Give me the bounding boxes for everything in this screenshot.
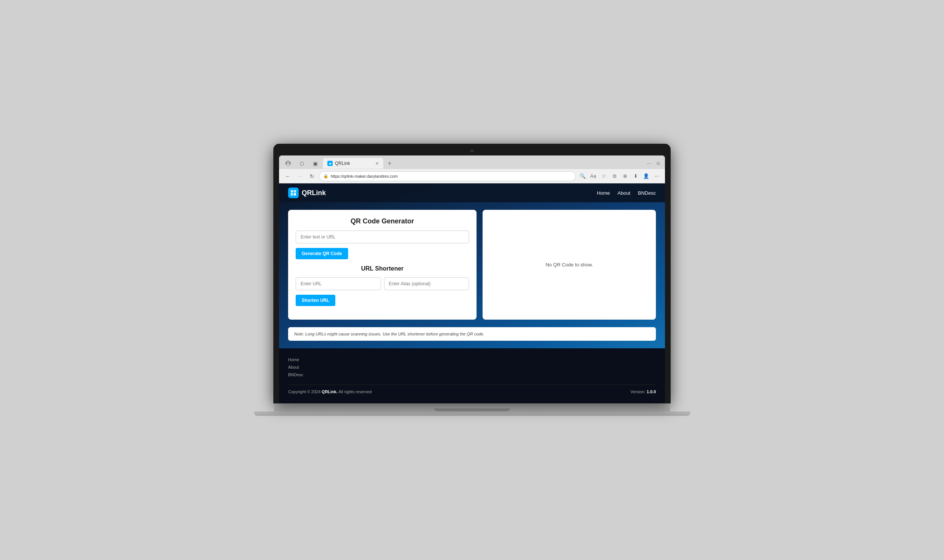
download-icon[interactable]: ⬇ [631,172,640,181]
url-text: https://qrlink-maker.darylandres.com [331,174,398,178]
svg-rect-6 [292,191,292,192]
restore-btn[interactable]: ⧉ [654,160,662,167]
profile-icon[interactable] [282,158,294,169]
browser-controls: ← → ↻ 🔒 https://qrlink-maker.darylandres… [279,169,665,183]
nav-home[interactable]: Home [597,190,610,196]
qr-display-card: No QR Code to show. [483,210,656,320]
laptop-foot [254,411,690,416]
split-view-icon[interactable]: ⧉ [610,172,619,181]
favorites-icon[interactable]: ☆ [599,172,608,181]
browser-tabs-bar: ⬡ ▣ ◉ QRLink ✕ + — ⧉ [279,155,665,169]
screen-bezel: ⬡ ▣ ◉ QRLink ✕ + — ⧉ ← → ↻ 🔒 [274,144,670,403]
laptop-hinge [434,408,510,411]
account-icon[interactable]: 👤 [642,172,651,181]
site-main-content: QR Code Generator Generate QR Code URL S… [279,202,665,327]
lock-icon: 🔒 [323,174,329,178]
forward-btn[interactable]: → [295,171,305,181]
tab-label: QRLink [335,161,350,166]
more-icon[interactable]: ⋯ [652,172,661,181]
generate-qr-btn[interactable]: Generate QR Code [296,248,348,259]
tab-favicon: ◉ [327,161,333,166]
extensions-icon[interactable]: ⬡ [296,158,308,169]
search-icon[interactable]: 🔍 [578,172,587,181]
minimize-btn[interactable]: — [645,160,653,167]
copyright-prefix: Copyright © 2024 [288,389,322,394]
qr-text-input[interactable] [296,231,469,243]
back-btn[interactable]: ← [283,171,293,181]
laptop-frame: ⬡ ▣ ◉ QRLink ✕ + — ⧉ ← → ↻ 🔒 [274,144,670,416]
qr-generator-card: QR Code Generator Generate QR Code URL S… [288,210,477,320]
browser-action-buttons: 🔍 Aa ☆ ⧉ ⊕ ⬇ 👤 ⋯ [578,172,661,181]
note-bar: Note: Long URLs might cause scanning iss… [288,327,656,341]
reload-btn[interactable]: ↻ [307,171,317,181]
address-bar[interactable]: 🔒 https://qrlink-maker.darylandres.com [319,171,576,181]
svg-point-1 [287,162,289,164]
bookmark-icon[interactable]: ⊕ [620,172,629,181]
browser-chrome: ⬡ ▣ ◉ QRLink ✕ + — ⧉ ← → ↻ 🔒 [279,155,665,403]
logo-text: QRLink [302,189,326,197]
copyright-brand: QRLink. [322,389,338,394]
alias-input[interactable] [384,277,469,290]
footer-links: Home About BNDesc [288,357,656,377]
no-qr-message: No QR Code to show. [546,262,593,268]
active-tab[interactable]: ◉ QRLink ✕ [323,158,383,169]
site-logo: QRLink [288,188,326,198]
version-label: Version: [631,389,647,394]
svg-rect-5 [294,193,296,195]
footer-copyright: Copyright © 2024 QRLink. All rights rese… [288,389,372,394]
svg-rect-8 [292,194,292,195]
new-tab-btn[interactable]: + [385,158,395,168]
nav-about[interactable]: About [617,190,630,196]
copyright-suffix: All rights reserved [338,389,372,394]
footer-version: Version: 1.0.0 [631,389,656,394]
reader-mode-icon[interactable]: Aa [589,172,598,181]
tab-close-btn[interactable]: ✕ [375,161,379,166]
url-input[interactable] [296,277,381,290]
note-text: Note: Long URLs might cause scanning iss… [294,332,484,336]
footer-bottom: Copyright © 2024 QRLink. All rights rese… [288,385,656,394]
tabs-icon[interactable]: ▣ [309,158,321,169]
svg-rect-7 [295,191,295,192]
camera [470,149,474,152]
footer-bndesc[interactable]: BNDesc [288,372,656,377]
url-shortener-inputs [296,277,469,290]
site-footer: Home About BNDesc Copyright © 2024 QRLin… [279,348,665,403]
nav-links: Home About BNDesc [597,190,656,196]
nav-bndesc[interactable]: BNDesc [638,190,656,196]
logo-icon [288,188,299,198]
url-shortener-title: URL Shortener [296,265,469,272]
version-value: 1.0.0 [647,389,656,394]
website-content: QRLink Home About BNDesc QR Code Generat… [279,183,665,403]
shorten-url-btn[interactable]: Shorten URL [296,295,335,306]
footer-about[interactable]: About [288,365,656,369]
qr-section-title: QR Code Generator [296,217,469,225]
laptop-base [274,403,670,411]
footer-home[interactable]: Home [288,357,656,362]
site-navbar: QRLink Home About BNDesc [279,183,665,202]
